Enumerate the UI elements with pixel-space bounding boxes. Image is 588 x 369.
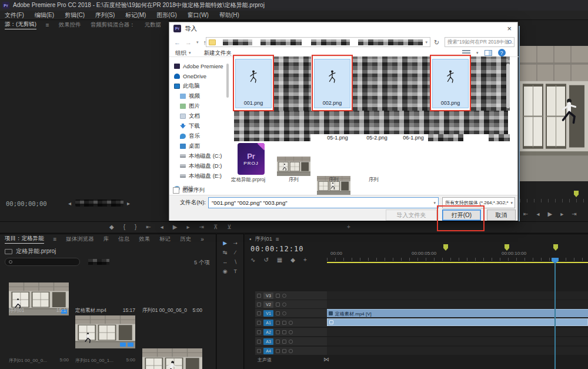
item-name[interactable]: 序列01 00_00_0... xyxy=(9,357,47,364)
track-mute-icon[interactable] xyxy=(276,349,280,353)
tab-effects[interactable]: 效果 xyxy=(139,235,150,243)
timeline-settings-icon[interactable]: ▦ xyxy=(277,257,282,263)
fit-timeline-icon[interactable]: ⋈ xyxy=(323,356,329,363)
program-mini-ruler[interactable] xyxy=(520,199,588,202)
file-06-1-png[interactable]: 06-1.png xyxy=(395,135,432,141)
item-name[interactable]: 序列01 00_00_06_09. xyxy=(142,307,187,314)
menu-window[interactable]: 窗口(W) xyxy=(188,11,209,19)
menu-marker[interactable]: 标记(M) xyxy=(125,11,146,19)
snap-icon[interactable]: ∿ xyxy=(250,257,255,263)
refresh-icon[interactable]: ↻ xyxy=(434,39,439,46)
track-mic-icon[interactable] xyxy=(289,340,293,344)
add-marker-icon[interactable]: ◆ xyxy=(109,224,114,230)
track-content-v3[interactable] xyxy=(327,291,588,300)
track-header-v3[interactable]: V3 xyxy=(255,291,327,300)
overwrite-icon[interactable]: ⊻ xyxy=(227,224,231,230)
project-item-thumb[interactable] xyxy=(142,348,202,369)
sidebar-item-videos[interactable]: 视频 xyxy=(169,91,228,101)
track-lock-icon[interactable] xyxy=(257,302,261,307)
track-content-a2[interactable] xyxy=(327,328,588,336)
search-icon[interactable] xyxy=(508,40,512,44)
dialog-title-bar[interactable]: Pr 导入 xyxy=(169,22,517,35)
ripple-edit-tool[interactable]: ↹ xyxy=(223,250,228,255)
sidebar-item-disk-d[interactable]: 本地磁盘 (D:) xyxy=(169,161,228,171)
step-back-icon[interactable]: ◂ xyxy=(536,211,539,217)
track-mute-icon[interactable] xyxy=(276,321,280,325)
slip-tool[interactable]: ↔ xyxy=(222,259,228,265)
master-track-row[interactable]: 主声道 ⋈ xyxy=(258,357,272,363)
track-header-a4[interactable]: A4 xyxy=(255,347,327,355)
close-icon[interactable]: × xyxy=(507,24,512,33)
track-lock-icon[interactable] xyxy=(257,321,261,325)
track-sync-icon[interactable] xyxy=(276,294,280,298)
step-back-icon[interactable]: ◂ xyxy=(161,224,163,230)
track-header-a2[interactable]: A2 xyxy=(255,328,327,336)
file-name-dropdown-icon[interactable]: ▾ xyxy=(433,201,436,205)
track-lock-icon[interactable] xyxy=(257,311,261,315)
track-mute-icon[interactable] xyxy=(276,330,280,334)
timeline-timecode[interactable]: 00:00:12:10 xyxy=(250,245,303,253)
play-icon[interactable]: ▶ xyxy=(173,224,178,230)
program-marker-icon[interactable] xyxy=(574,191,579,197)
organize-dropdown-icon[interactable]: ▾ xyxy=(189,51,191,55)
forward-icon[interactable]: → xyxy=(185,39,192,46)
scroll-up-icon[interactable]: ▴ xyxy=(507,56,510,61)
fit-dropdown-right-icon[interactable]: ▸ xyxy=(127,200,130,207)
sidebar-item-desktop[interactable]: 桌面 xyxy=(169,141,228,151)
sidebar-item-music[interactable]: 音乐 xyxy=(169,131,228,141)
new-folder-button[interactable]: 新建文件夹 xyxy=(204,49,232,57)
step-forward-icon[interactable]: ▸ xyxy=(560,211,563,217)
step-forward-icon[interactable]: ▸ xyxy=(187,224,190,230)
panel-menu-icon[interactable]: ≡ xyxy=(276,236,279,242)
tab-sequence[interactable]: 序列01 xyxy=(255,235,273,243)
fit-dropdown-left-icon[interactable]: ◂ xyxy=(68,200,71,207)
tab-history[interactable]: 历史 xyxy=(180,235,191,243)
track-content-a3[interactable] xyxy=(327,337,588,345)
mark-out-icon[interactable]: } xyxy=(135,224,136,230)
marker-icon[interactable]: ◆ xyxy=(290,257,295,263)
razor-tool[interactable]: ∕ xyxy=(235,250,236,255)
more-tabs-chevron-icon[interactable]: » xyxy=(201,236,204,242)
track-header-v1[interactable]: V1 xyxy=(255,309,327,317)
tab-audio-clip-mixer[interactable]: 音频剪辑混合器： xyxy=(91,21,135,29)
panel-menu-icon[interactable]: ≡ xyxy=(46,22,49,28)
track-badge[interactable]: A2 xyxy=(263,329,273,335)
track-lock-icon[interactable] xyxy=(257,349,261,353)
tab-metadata[interactable]: 元数据 xyxy=(145,21,162,29)
insert-icon[interactable]: ⊼ xyxy=(213,224,218,230)
tab-project[interactable]: 项目：定格异能 xyxy=(5,235,44,244)
track-badge[interactable]: V3 xyxy=(263,292,273,299)
project-search-input[interactable] xyxy=(5,258,80,266)
tab-libraries[interactable]: 库 xyxy=(103,235,109,243)
track-sync-icon[interactable] xyxy=(276,302,280,307)
track-badge[interactable]: A4 xyxy=(263,348,273,354)
address-bar[interactable]: ▾ xyxy=(206,37,430,47)
panel-menu-icon[interactable]: ≡ xyxy=(54,236,57,242)
file-prproj[interactable]: Pr PROJ xyxy=(238,143,265,175)
track-mute-icon[interactable] xyxy=(276,340,280,344)
item-name[interactable]: 定格素材.mp4 xyxy=(75,307,106,314)
go-to-in-icon[interactable]: ⇤ xyxy=(146,224,151,230)
project-item-thumb[interactable] xyxy=(75,315,135,348)
type-tool[interactable]: T xyxy=(234,268,238,274)
help-icon[interactable]: ? xyxy=(498,49,506,56)
tab-info[interactable]: 信息 xyxy=(118,235,129,243)
import-folder-button[interactable]: 导入文件夹 xyxy=(386,210,437,221)
tab-source[interactable]: 源：(无剪辑) xyxy=(5,21,36,29)
track-lock-icon[interactable] xyxy=(257,330,261,334)
track-visibility-icon[interactable] xyxy=(282,302,286,307)
track-content-v2[interactable] xyxy=(327,300,588,308)
file-type-dropdown-icon[interactable]: ▾ xyxy=(510,201,513,205)
track-badge[interactable]: V2 xyxy=(263,301,273,308)
preview-pane-icon[interactable] xyxy=(485,50,492,56)
sidebar-item-this-pc[interactable]: 此电脑 xyxy=(169,81,228,91)
work-area-bar[interactable] xyxy=(327,262,588,263)
sidebar-item-disk-e[interactable]: 本地磁盘 (E:) xyxy=(169,171,228,181)
track-mic-icon[interactable] xyxy=(289,330,293,334)
track-header-a1[interactable]: A1 xyxy=(255,318,327,327)
go-to-out-icon[interactable]: ⇥ xyxy=(572,211,576,217)
track-visibility-icon[interactable] xyxy=(282,294,286,298)
sidebar-item-disk-c[interactable]: 本地磁盘 (C:) xyxy=(169,151,228,161)
sidebar-item-pictures[interactable]: 图片 xyxy=(169,101,228,111)
linked-selection-icon[interactable]: ↺ xyxy=(263,257,268,263)
